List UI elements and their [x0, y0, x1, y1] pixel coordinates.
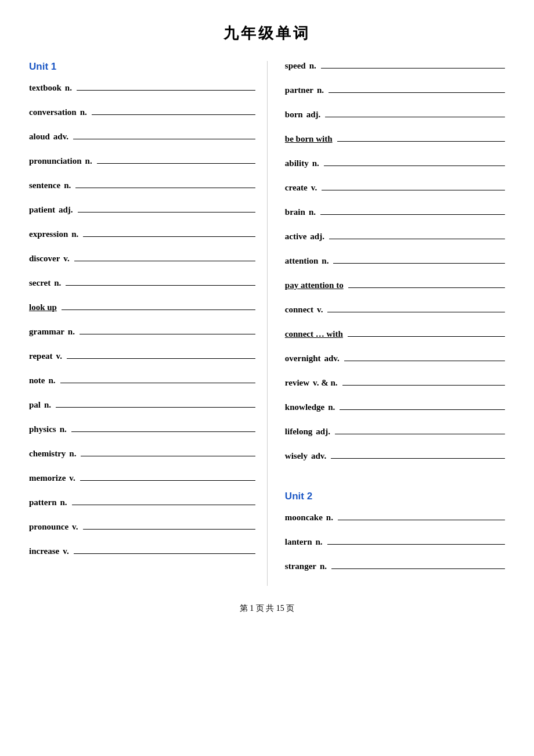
pos-label: n. — [309, 61, 316, 71]
answer-blank — [322, 190, 505, 190]
word-row: repeatv. — [29, 351, 255, 368]
pos-label: adj. — [306, 110, 321, 120]
word-row: connect … with — [285, 329, 505, 345]
answer-blank — [327, 544, 505, 545]
pos-label: n. — [85, 156, 92, 166]
word-row: speedn. — [285, 61, 505, 77]
word-row: partnern. — [285, 85, 505, 102]
answer-blank — [348, 287, 505, 288]
answer-blank — [344, 361, 505, 361]
pos-label: v. — [317, 305, 323, 315]
word-label: aloud — [29, 132, 50, 142]
pos-label: adj. — [316, 427, 330, 437]
word-label: textbook — [29, 83, 62, 93]
answer-blank — [75, 188, 255, 188]
answer-blank — [66, 285, 255, 286]
answer-blank — [81, 456, 255, 456]
pos-label: adv. — [324, 354, 340, 363]
word-label: stranger — [285, 561, 316, 571]
word-label: increase — [29, 546, 59, 556]
answer-blank — [335, 434, 505, 434]
word-label: lantern — [285, 537, 312, 547]
left-column: Unit 1 textbookn.conversationn.aloudadv.… — [29, 61, 267, 586]
answer-blank — [77, 90, 255, 91]
pos-label: n. — [69, 449, 76, 459]
word-label: memorize — [29, 473, 66, 483]
word-label: pal — [29, 400, 41, 410]
word-label: pattern — [29, 498, 57, 507]
word-label: born — [285, 110, 303, 120]
answer-blank — [67, 358, 255, 359]
answer-blank — [324, 165, 505, 166]
answer-blank — [60, 383, 255, 383]
answer-blank — [80, 334, 255, 334]
pos-label: n. — [64, 181, 71, 190]
left-words-list: textbookn.conversationn.aloudadv.pronunc… — [29, 83, 255, 563]
answer-blank — [327, 312, 505, 312]
page-title: 九年级单词 — [29, 23, 505, 44]
word-label: connect … with — [285, 329, 343, 339]
answer-blank — [92, 114, 255, 115]
word-row: lifelongadj. — [285, 427, 505, 443]
word-row: overnightadv. — [285, 354, 505, 370]
word-label: look up — [29, 303, 57, 312]
word-row: paln. — [29, 400, 255, 416]
word-label: create — [285, 183, 308, 193]
word-row: pay attention to — [285, 280, 505, 297]
word-row: noten. — [29, 376, 255, 392]
word-label: pronunciation — [29, 156, 82, 166]
pos-label: v. — [63, 254, 69, 264]
word-label: expression — [29, 229, 68, 239]
pos-label: adj. — [310, 232, 324, 242]
word-row: patientadj. — [29, 205, 255, 221]
pos-label: n. — [65, 83, 72, 93]
word-label: overnight — [285, 354, 321, 363]
answer-blank — [321, 68, 505, 69]
answer-blank — [71, 431, 255, 432]
answer-blank — [83, 236, 255, 237]
pos-label: n. — [49, 376, 56, 386]
pos-label: n. — [60, 498, 67, 507]
word-row: physicsn. — [29, 424, 255, 441]
word-row: abilityn. — [285, 159, 505, 175]
word-label: pay attention to — [285, 280, 344, 290]
word-label: be born with — [285, 134, 333, 144]
pos-label: v. — [63, 546, 68, 556]
word-row: patternn. — [29, 498, 255, 514]
answer-blank — [348, 336, 505, 337]
pos-label: v. & n. — [313, 378, 338, 388]
pos-label: n. — [309, 207, 316, 217]
word-label: knowledge — [285, 402, 324, 412]
pos-label: v. — [72, 522, 78, 532]
word-row: brainn. — [285, 207, 505, 224]
word-row: reviewv. & n. — [285, 378, 505, 394]
pos-label: n. — [322, 256, 329, 266]
answer-blank — [337, 141, 505, 142]
unit2-words-list: mooncaken.lanternn.strangern. — [285, 513, 505, 578]
pos-label: adv. — [311, 451, 326, 461]
word-label: conversation — [29, 107, 77, 117]
answer-blank — [338, 520, 505, 520]
word-row: aloudadv. — [29, 132, 255, 148]
word-row: textbookn. — [29, 83, 255, 99]
word-label: attention — [285, 256, 319, 266]
pos-label: n. — [80, 107, 87, 117]
answer-blank — [331, 458, 505, 459]
word-row: conversationn. — [29, 107, 255, 124]
word-label: mooncake — [285, 513, 323, 523]
pos-label: v. — [56, 351, 62, 361]
answer-blank — [78, 212, 255, 213]
word-row: mooncaken. — [285, 513, 505, 529]
word-label: lifelong — [285, 427, 313, 437]
word-row: be born with — [285, 134, 505, 150]
answer-blank — [331, 568, 505, 569]
answer-blank — [329, 239, 505, 239]
unit2-heading: Unit 2 — [285, 491, 505, 502]
word-label: pronounce — [29, 522, 68, 532]
pos-label: n. — [317, 85, 324, 95]
pos-label: v. — [69, 473, 75, 483]
word-row: attentionn. — [285, 256, 505, 272]
answer-blank — [329, 92, 505, 93]
unit1-heading-left: Unit 1 — [29, 61, 255, 73]
pos-label: n. — [60, 424, 67, 434]
